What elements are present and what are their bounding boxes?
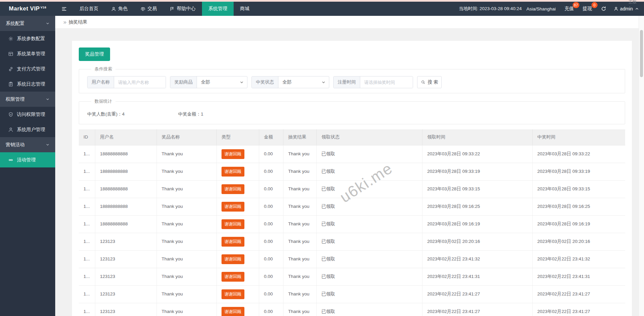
- vertical-scrollbar[interactable]: [639, 16, 644, 316]
- type-badge: 谢谢回顾: [222, 272, 244, 282]
- nav-item-help-center[interactable]: 帮助中心: [163, 2, 202, 16]
- table-row: 1... 123123 Thank you 谢谢回顾 0.00 Thank yo…: [79, 233, 625, 251]
- cell-win-time: 2023年03月28日 09:33:19: [533, 163, 625, 180]
- person-icon: [111, 6, 116, 11]
- scrollbar-thumb[interactable]: [640, 30, 643, 77]
- cell-win-time: 2023年02月22日 23:41:32: [533, 251, 625, 268]
- sidebar-group-permissions[interactable]: 权限管理: [0, 92, 55, 107]
- nav-item-trade[interactable]: 交易: [134, 2, 163, 16]
- recharge-button[interactable]: 充值 87: [565, 6, 574, 12]
- sidebar-item-system-logs[interactable]: 系统日志管理: [0, 76, 55, 92]
- win-status-select[interactable]: 中奖状态 全部: [251, 76, 329, 88]
- cell-prize: Thank you: [157, 198, 217, 215]
- sidebar-group-marketing[interactable]: 营销活动: [0, 137, 55, 152]
- cell-type: 谢谢回顾: [217, 233, 259, 250]
- brand-logo[interactable]: Market VIPV16: [0, 2, 55, 16]
- col-header-claim-time: 领取时间: [422, 129, 533, 145]
- sidebar-item-label: 系统用户管理: [17, 127, 45, 133]
- cell-result: Thank you: [283, 181, 317, 198]
- cell-amount: 0.00: [259, 181, 283, 198]
- withdraw-label: 提现: [583, 6, 592, 11]
- nav-item-system-manage[interactable]: 系统管理: [202, 2, 234, 16]
- cell-claim-status: 已领取: [317, 163, 422, 180]
- col-header-id: ID: [79, 129, 95, 145]
- register-time-label: 注册时间: [334, 76, 360, 88]
- table-row: 1... 123123 Thank you 谢谢回顾 0.00 Thank yo…: [79, 303, 625, 316]
- cell-prize: Thank you: [157, 216, 217, 233]
- cell-username: 18888888888: [95, 198, 157, 215]
- username-input[interactable]: [114, 76, 166, 88]
- nav-item-label: 交易: [147, 6, 157, 12]
- prize-manage-button[interactable]: 奖品管理: [79, 48, 110, 61]
- cell-win-time: 2023年03月28日 09:16:25: [533, 198, 625, 215]
- nav-item-mall[interactable]: 商城: [234, 2, 256, 16]
- cell-prize: Thank you: [157, 233, 217, 250]
- cell-claim-status: 已领取: [317, 268, 422, 285]
- cell-type: 谢谢回顾: [217, 286, 259, 303]
- cell-id: 1...: [79, 146, 95, 163]
- cell-username: 123123: [95, 268, 157, 285]
- type-badge: 谢谢回顾: [222, 307, 244, 316]
- sidebar-item-system-menu[interactable]: 系统菜单管理: [0, 46, 55, 61]
- cell-result: Thank you: [283, 268, 317, 285]
- cell-claim-status: 已领取: [317, 146, 422, 163]
- refresh-icon[interactable]: [601, 6, 606, 11]
- cell-username: 18888888888: [95, 216, 157, 233]
- cell-win-time: 2023年03月02日 20:20:16: [533, 233, 625, 250]
- cell-amount: 0.00: [259, 303, 283, 316]
- clipboard-icon: [8, 82, 13, 87]
- cell-prize: Thank you: [157, 163, 217, 180]
- cell-username: 123123: [95, 286, 157, 303]
- user-menu[interactable]: admin: [614, 6, 639, 11]
- sidebar-item-label: 访问权限管理: [17, 112, 45, 118]
- cell-result: Thank you: [283, 146, 317, 163]
- type-badge: 谢谢回顾: [222, 254, 244, 264]
- cell-result: Thank you: [283, 216, 317, 233]
- cell-claim-status: 已领取: [317, 198, 422, 215]
- cell-prize: Thank you: [157, 251, 217, 268]
- nav-item-backend-home[interactable]: 后台首页: [73, 2, 105, 16]
- table-row: 1... 123123 Thank you 谢谢回顾 0.00 Thank yo…: [79, 268, 625, 286]
- cell-result: Thank you: [283, 163, 317, 180]
- corner-watermark-text: 正版: [629, 0, 637, 5]
- col-header-result: 抽奖结果: [283, 129, 317, 145]
- register-time-field-group: 注册时间: [333, 76, 413, 88]
- sidebar-item-access-permission[interactable]: 访问权限管理: [0, 107, 55, 122]
- chevron-down-icon: [240, 80, 244, 84]
- nav-item-roles[interactable]: 角色: [105, 2, 134, 16]
- cell-result: Thank you: [283, 286, 317, 303]
- sidebar-item-activity-manage[interactable]: 活动管理: [0, 152, 55, 167]
- col-header-prize: 奖品名称: [157, 129, 217, 145]
- col-header-win-time: 中奖时间: [533, 129, 625, 145]
- hamburger-icon[interactable]: [55, 2, 73, 16]
- table-row: 1... 123123 Thank you 谢谢回顾 0.00 Thank yo…: [79, 251, 625, 268]
- table-row: 1... 123123 Thank you 谢谢回顾 0.00 Thank yo…: [79, 286, 625, 303]
- cell-type: 谢谢回顾: [217, 163, 259, 180]
- cell-type: 谢谢回顾: [217, 181, 259, 198]
- sidebar-item-system-users[interactable]: 系统用户管理: [0, 122, 55, 137]
- cell-claim-status: 已领取: [317, 216, 422, 233]
- withdraw-button[interactable]: 提现 0: [583, 6, 592, 12]
- cell-claim-time: 2023年03月28日 09:33:15: [422, 181, 533, 198]
- user-icon: [8, 127, 13, 132]
- sidebar-item-payment-methods[interactable]: 支付方式管理: [0, 61, 55, 76]
- flag-icon: [170, 6, 175, 11]
- cell-id: 1...: [79, 181, 95, 198]
- sidebar-group-system-config[interactable]: 系统配置: [0, 16, 55, 31]
- main-area: » 抽奖结果 奖品管理 条件搜索 用户名称 奖励商品 全部: [55, 16, 639, 316]
- search-button[interactable]: 搜 索: [417, 76, 442, 88]
- reward-product-select[interactable]: 奖励商品 全部: [170, 76, 247, 88]
- sidebar-item-system-params[interactable]: 系统参数配置: [0, 31, 55, 46]
- local-time: 当地时间: 2023-03-28 09:40:24: [459, 6, 522, 12]
- register-time-input[interactable]: [360, 76, 413, 88]
- cell-win-time: 2023年03月28日 09:33:22: [533, 146, 625, 163]
- chevron-down-icon: [45, 97, 50, 101]
- table-row: 1... 18888888888 Thank you 谢谢回顾 0.00 Tha…: [79, 146, 625, 163]
- cell-amount: 0.00: [259, 198, 283, 215]
- search-legend: 条件搜索: [91, 66, 115, 72]
- cell-prize: Thank you: [157, 146, 217, 163]
- cell-type: 谢谢回顾: [217, 303, 259, 316]
- cell-claim-time: 2023年03月28日 09:16:19: [422, 216, 533, 233]
- cell-prize: Thank you: [157, 286, 217, 303]
- gear-icon: [8, 36, 13, 41]
